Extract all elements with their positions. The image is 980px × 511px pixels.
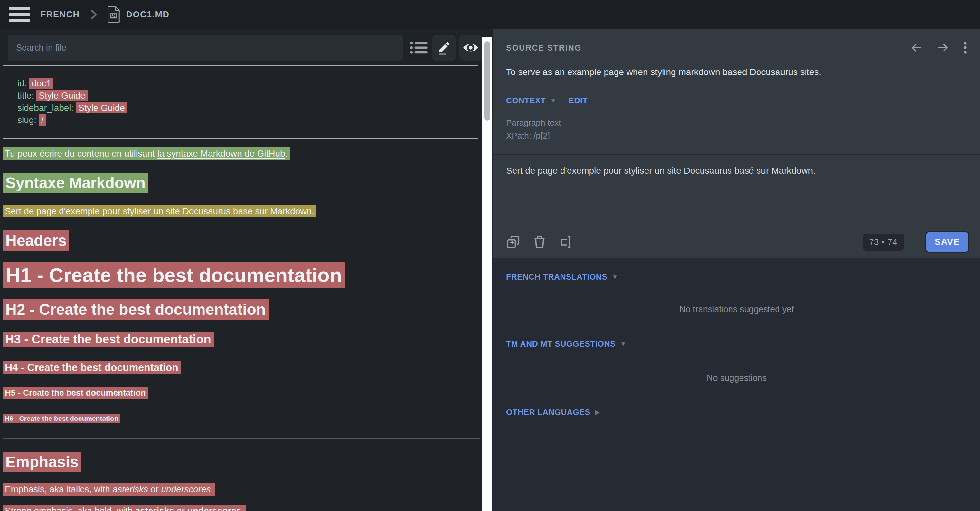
preview-mode-button[interactable]: [460, 35, 482, 61]
translations-empty-text: No translations suggested yet: [493, 305, 980, 315]
section-french-translations[interactable]: FRENCH TRANSLATIONS ▼: [506, 272, 618, 282]
card-header: SOURCE STRING: [506, 41, 967, 54]
search-input[interactable]: [8, 35, 403, 61]
context-xpath: XPath: /p[2]: [506, 131, 550, 141]
translation-editor: FRENCH M DOC1.MD: [0, 0, 980, 511]
menu-icon[interactable]: [9, 7, 30, 22]
scrollbar-thumb[interactable]: [484, 41, 490, 120]
string-heading-emphasis[interactable]: Emphasis: [3, 453, 482, 471]
string-paragraph-active[interactable]: Sert de page d'exemple pour styliser un …: [3, 206, 482, 217]
source-string-text: To serve as an example page when styling…: [506, 67, 967, 77]
string-heading-h4[interactable]: H4 - Create the best documentation: [3, 361, 482, 374]
save-button[interactable]: SAVE: [925, 232, 969, 252]
string-heading-headers[interactable]: Headers: [3, 232, 482, 249]
breadcrumb-project[interactable]: FRENCH: [41, 10, 80, 20]
horizontal-rule: [3, 438, 480, 439]
frontmatter-line: id: doc1: [18, 77, 478, 89]
frontmatter-block: id: doc1 title: Style Guide sidebar_labe…: [3, 65, 479, 139]
source-string-panel: SOURCE STRING To serve as an example pag…: [493, 29, 980, 511]
breadcrumb-file[interactable]: DOC1.MD: [126, 10, 170, 20]
edit-context-link[interactable]: EDIT: [568, 96, 587, 105]
string-frontmatter-sidebar-label[interactable]: Style Guide: [76, 102, 127, 113]
caret-right-icon: ▶: [595, 409, 600, 416]
character-count: 73 • 74: [863, 233, 904, 251]
svg-text:M: M: [111, 14, 114, 18]
scrollbar-track[interactable]: [482, 37, 492, 511]
card-divider: [493, 154, 980, 155]
context-type: Paragraph text: [506, 118, 561, 128]
translation-input[interactable]: Sert de page d'exemple pour styliser un …: [506, 166, 967, 230]
context-toggle[interactable]: CONTEXT: [506, 96, 546, 105]
document-content: id: doc1 title: Style Guide sidebar_labe…: [0, 65, 482, 511]
string-frontmatter-slug[interactable]: /: [39, 114, 46, 126]
string-frontmatter-id[interactable]: doc1: [29, 78, 53, 89]
top-bar: FRENCH M DOC1.MD: [0, 0, 980, 29]
markdown-syntax-link[interactable]: la syntaxe Markdown de GitHub: [158, 149, 285, 158]
more-options-icon[interactable]: [963, 41, 967, 54]
pencil-icon: [437, 40, 451, 56]
source-string-card: SOURCE STRING To serve as an example pag…: [493, 29, 980, 259]
string-heading-h3[interactable]: H3 - Create the best documentation: [3, 332, 482, 347]
string-heading-h5[interactable]: H5 - Create the best documentation: [3, 388, 482, 398]
select-text-icon[interactable]: [559, 235, 573, 249]
string-heading-h1[interactable]: H1 - Create the best documentation: [3, 263, 482, 286]
panel-title: SOURCE STRING: [506, 43, 581, 53]
frontmatter-line: sidebar_label: Style Guide: [18, 102, 478, 114]
string-paragraph-bold[interactable]: Strong emphasis, aka bold, with asterisk…: [3, 506, 482, 511]
caret-down-icon: ▼: [620, 340, 626, 348]
string-heading-syntaxe[interactable]: Syntaxe Markdown: [3, 174, 482, 192]
string-navigation: [910, 41, 967, 54]
tm-empty-text: No suggestions: [493, 373, 980, 383]
context-row: CONTEXT ▼ EDIT: [506, 96, 587, 105]
eye-icon: [463, 42, 479, 53]
clear-translation-icon[interactable]: [534, 235, 546, 249]
string-heading-h6[interactable]: H6 - Create the best documentation: [3, 415, 482, 422]
string-heading-h2[interactable]: H2 - Create the best documentation: [3, 300, 482, 318]
string-list-icon[interactable]: [410, 40, 428, 55]
chevron-right-icon: [89, 9, 99, 20]
next-string-icon[interactable]: [937, 42, 949, 54]
string-paragraph-intro[interactable]: Tu peux écrire du contenu en utilisant l…: [3, 148, 482, 159]
copy-source-icon[interactable]: [506, 235, 520, 249]
frontmatter-line: slug: /: [18, 114, 478, 126]
caret-down-icon: ▼: [612, 273, 618, 281]
section-tm-mt-suggestions[interactable]: TM AND MT SUGGESTIONS ▼: [506, 339, 626, 349]
document-preview-pane: id: doc1 title: Style Guide sidebar_labe…: [0, 29, 482, 511]
string-paragraph-italics[interactable]: Emphasis, aka italics, with asterisks or…: [3, 484, 482, 495]
translation-actions: 73 • 74 SAVE: [506, 232, 969, 252]
previous-string-icon[interactable]: [910, 42, 923, 54]
section-other-languages[interactable]: OTHER LANGUAGES ▶: [506, 407, 600, 417]
search-row: [0, 29, 482, 65]
frontmatter-line: title: Style Guide: [18, 89, 478, 102]
caret-down-icon: ▼: [550, 97, 556, 104]
string-frontmatter-title[interactable]: Style Guide: [37, 90, 88, 101]
edit-mode-button[interactable]: [433, 35, 455, 61]
markdown-file-icon: M: [106, 5, 121, 24]
